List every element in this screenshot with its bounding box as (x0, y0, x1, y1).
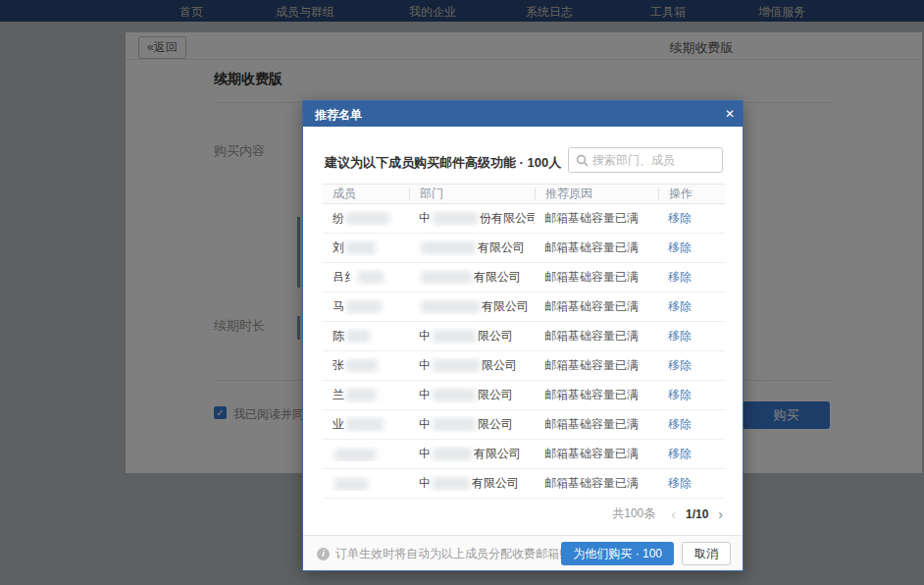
row-action: 移除 (658, 210, 725, 227)
remove-link[interactable]: 移除 (668, 240, 692, 254)
table-header-row: 成员 部门 推荐原因 操作 (323, 184, 725, 204)
members-table: 成员 部门 推荐原因 操作 纷中份有限公司邮箱基础容量已满移除刘有限公司邮箱基础… (323, 184, 725, 499)
row-action: 移除 (658, 328, 725, 345)
blurred-name (346, 418, 384, 431)
dialog-footer: i 订单生效时将自动为以上成员分配收费邮箱账号 为他们购买 · 100 取消 (303, 535, 743, 570)
recommend-reason: 邮箱基础容量已满 (535, 210, 658, 227)
info-icon: i (317, 548, 330, 560)
table-row: 中有限公司邮箱基础容量已满移除 (323, 469, 725, 499)
search-box[interactable] (568, 147, 723, 173)
remove-link[interactable]: 移除 (668, 388, 692, 401)
member-dept: 中有限公司 (409, 446, 535, 462)
footer-note: i 订单生效时将自动为以上成员分配收费邮箱账号 (317, 546, 583, 562)
recommend-reason: 邮箱基础容量已满 (535, 269, 658, 286)
member-dept: 有限公司 (409, 269, 535, 286)
member-name: 陈 (323, 328, 409, 345)
row-action: 移除 (658, 475, 725, 492)
remove-link[interactable]: 移除 (668, 270, 692, 284)
blurred-name (346, 359, 378, 372)
remove-link[interactable]: 移除 (668, 211, 692, 225)
blurred-dept (433, 389, 476, 401)
blurred-name (358, 271, 384, 284)
table-row: 兰中限公司邮箱基础容量已满移除 (323, 381, 725, 410)
footer-buttons: 为他们购买 · 100 取消 (561, 542, 731, 565)
member-name: 业 (323, 416, 409, 433)
blurred-dept (433, 212, 478, 225)
col-reason: 推荐原因 (535, 187, 658, 200)
member-name: 张 (323, 357, 409, 374)
blurred-name (346, 241, 376, 254)
member-name: 刘 (323, 239, 409, 256)
row-action: 移除 (658, 416, 725, 433)
remove-link[interactable]: 移除 (668, 447, 692, 460)
table-row: 吕纟有限公司邮箱基础容量已满移除 (323, 263, 725, 292)
blurred-name (334, 449, 376, 461)
search-input[interactable] (592, 149, 718, 171)
recommend-reason: 邮箱基础容量已满 (535, 357, 658, 374)
remove-link[interactable]: 移除 (668, 476, 692, 490)
col-action: 操作 (658, 187, 725, 200)
blurred-dept (433, 418, 476, 431)
table-body: 纷中份有限公司邮箱基础容量已满移除刘有限公司邮箱基础容量已满移除吕纟有限公司邮箱… (323, 204, 725, 499)
recommend-reason: 邮箱基础容量已满 (535, 298, 658, 315)
blurred-name (346, 330, 370, 343)
recommend-reason: 邮箱基础容量已满 (535, 239, 658, 256)
dialog-header[interactable]: 推荐名单 ✕ (303, 101, 743, 127)
table-row: 中有限公司邮箱基础容量已满移除 (323, 440, 725, 469)
row-action: 移除 (658, 269, 725, 286)
member-name (323, 476, 409, 490)
buy-for-them-button[interactable]: 为他们购买 · 100 (561, 542, 674, 565)
blurred-dept (433, 359, 480, 372)
member-dept: 有限公司 (409, 298, 535, 315)
cancel-button[interactable]: 取消 (682, 542, 731, 565)
remove-link[interactable]: 移除 (668, 417, 692, 431)
table-row: 业中限公司邮箱基础容量已满移除 (323, 410, 725, 440)
member-name: 吕纟 (323, 269, 409, 286)
dialog-title: 推荐名单 (315, 107, 362, 124)
total-count: 共100条 (612, 505, 655, 522)
close-icon[interactable]: ✕ (725, 106, 735, 122)
recommend-reason: 邮箱基础容量已满 (535, 475, 658, 492)
blurred-name (346, 300, 382, 313)
member-dept: 中份有限公司 (409, 210, 535, 227)
member-name: 兰 (323, 387, 409, 403)
blurred-dept (433, 330, 476, 343)
blurred-dept (421, 300, 480, 313)
recommend-reason: 邮箱基础容量已满 (535, 416, 658, 433)
blurred-name (346, 212, 389, 225)
member-dept: 中限公司 (409, 328, 535, 345)
member-name: 纷 (323, 210, 409, 227)
blurred-dept (433, 448, 472, 460)
row-action: 移除 (658, 357, 725, 374)
member-dept: 中有限公司 (409, 475, 535, 492)
member-dept: 中限公司 (409, 387, 535, 403)
blurred-dept (421, 241, 476, 254)
remove-link[interactable]: 移除 (668, 329, 692, 343)
col-dept: 部门 (409, 187, 535, 200)
table-row: 纷中份有限公司邮箱基础容量已满移除 (323, 204, 725, 234)
dialog-heading: 建议为以下成员购买邮件高级功能 · 100人 (325, 154, 561, 172)
pagination: 共100条 ‹ 1/10 › (612, 505, 723, 522)
remove-link[interactable]: 移除 (668, 358, 692, 372)
table-row: 马有限公司邮箱基础容量已满移除 (323, 292, 725, 322)
table-row: 刘有限公司邮箱基础容量已满移除 (323, 234, 725, 263)
blurred-dept (421, 271, 472, 284)
blurred-name (346, 389, 376, 401)
screen: 首页成员与群组我的企业系统日志工具箱增值服务 «返回 续期收费版 续期收费版 购… (0, 0, 924, 585)
blurred-name (334, 478, 368, 491)
recommend-list-dialog: 推荐名单 ✕ 建议为以下成员购买邮件高级功能 · 100人 成员 部门 推荐原因… (302, 100, 744, 571)
remove-link[interactable]: 移除 (668, 299, 692, 313)
recommend-reason: 邮箱基础容量已满 (535, 387, 658, 403)
member-name (323, 447, 409, 460)
recommend-reason: 邮箱基础容量已满 (535, 446, 658, 462)
current-page: 1/10 (686, 507, 708, 521)
member-dept: 有限公司 (409, 239, 535, 256)
row-action: 移除 (658, 387, 725, 403)
row-action: 移除 (658, 446, 725, 462)
table-row: 张中限公司邮箱基础容量已满移除 (323, 351, 725, 381)
next-page-icon[interactable]: › (718, 506, 723, 522)
recommend-reason: 邮箱基础容量已满 (535, 328, 658, 345)
row-action: 移除 (658, 298, 725, 315)
prev-page-icon[interactable]: ‹ (671, 506, 676, 522)
search-icon (576, 153, 589, 171)
